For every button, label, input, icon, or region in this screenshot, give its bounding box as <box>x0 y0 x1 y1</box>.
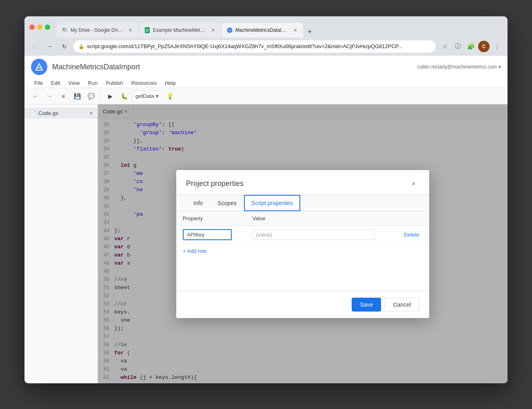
close-window-button[interactable] <box>29 24 35 30</box>
apps-script-logo <box>34 62 44 72</box>
menu-edit[interactable]: Edit <box>48 78 63 88</box>
file-panel: 📄 Code.gs ▾ <box>24 104 98 383</box>
back-button[interactable]: ← <box>29 41 41 52</box>
browser-tab-1[interactable]: My Drive - Google Drive ✕ <box>57 23 138 38</box>
undo-button[interactable]: ↩ <box>29 90 42 102</box>
project-properties-modal: Project properties × Info Scopes Script … <box>176 170 429 318</box>
property-key-cell <box>176 226 246 243</box>
tab-3-label: MachineMetricsDataImport <box>235 27 288 33</box>
modal-header: Project properties × <box>176 170 429 195</box>
modal-tab-info[interactable]: Info <box>186 195 210 211</box>
function-dropdown-icon: ▾ <box>156 93 159 99</box>
url-bar[interactable]: 🔒 script.google.com/d/11TBPyt_PpZ5AJirXN… <box>73 40 436 53</box>
modal-body: Property Value <box>176 211 429 258</box>
save-button[interactable]: Save <box>352 298 381 312</box>
menu-publish[interactable]: Publish <box>102 78 126 88</box>
new-tab-button[interactable]: + <box>304 26 315 38</box>
modal-tab-scopes[interactable]: Scopes <box>210 195 244 211</box>
redo-button[interactable]: ↪ <box>43 90 55 102</box>
modal-title: Project properties <box>186 179 244 188</box>
modal-tabs: Info Scopes Script properties <box>176 195 429 211</box>
gas-logo <box>31 59 47 75</box>
file-name: Code.gs <box>38 110 58 116</box>
apps-script-icon: > <box>226 27 233 33</box>
menu-resources[interactable]: Resources <box>128 78 160 88</box>
maximize-window-button[interactable] <box>45 24 50 30</box>
info-icon[interactable]: ⓘ <box>452 41 463 52</box>
gas-menu-row: File Edit View Run Publish Resources Hel… <box>24 78 508 88</box>
svg-text:>: > <box>229 29 231 32</box>
properties-table: Property Value <box>176 211 429 244</box>
user-avatar[interactable]: C <box>478 41 490 52</box>
function-select[interactable]: getData ▾ <box>132 91 162 102</box>
file-item-code-gs[interactable]: 📄 Code.gs ▾ <box>24 108 98 119</box>
apikey-input[interactable] <box>183 229 232 240</box>
table-row: Delete <box>176 226 429 243</box>
page-content: MachineMetricsDataImport cullen.mclarty@… <box>24 55 508 383</box>
bookmark-icon[interactable]: ☆ <box>439 41 450 52</box>
modal-close-button[interactable]: × <box>408 178 419 190</box>
tab-3-close[interactable]: ✕ <box>293 27 298 33</box>
menu-help[interactable]: Help <box>162 78 179 88</box>
browser-tab-2[interactable]: Example MachineMetrics Impo... ✕ <box>139 23 221 38</box>
add-row-link[interactable]: + Add row <box>176 244 429 258</box>
address-actions: ☆ ⓘ 🧩 C ⋮ <box>439 41 503 52</box>
app-name: MachineMetricsDataImport <box>52 63 140 71</box>
format-button[interactable]: ≡ <box>57 90 69 102</box>
browser-window: My Drive - Google Drive ✕ Example Machin… <box>24 16 508 383</box>
title-bar: My Drive - Google Drive ✕ Example Machin… <box>24 16 508 38</box>
user-email: cullen.mclarty@machinemetrics.com <box>417 64 497 70</box>
traffic-lights <box>29 24 50 30</box>
address-bar: ← → ↻ 🔒 script.google.com/d/11TBPyt_PpZ5… <box>24 38 508 55</box>
tab-2-label: Example MachineMetrics Impo... <box>153 27 206 33</box>
forward-button[interactable]: → <box>44 41 55 52</box>
file-menu-icon: ▾ <box>90 110 93 116</box>
value-col-header: Value <box>246 211 397 226</box>
svg-rect-1 <box>146 29 149 29</box>
modal-overlay: Project properties × Info Scopes Script … <box>98 104 508 383</box>
code-area: Code.gs ✕ 31 'groupBy': [{ 32 'group': '… <box>98 104 508 383</box>
gas-toolbar: ↩ ↪ ≡ 💾 💬 ▶ 🐛 getData ▾ 💡 <box>24 88 508 104</box>
modal-footer: Save Cancel <box>176 291 429 318</box>
url-text: script.google.com/d/11TBPyt_PpZ5AJirXNSh… <box>87 43 431 49</box>
svg-marker-6 <box>36 64 42 70</box>
menu-icon[interactable]: ⋮ <box>491 41 503 52</box>
browser-tab-3[interactable]: > MachineMetricsDataImport ✕ <box>222 23 303 38</box>
lock-icon: 🔒 <box>78 44 84 49</box>
save-button[interactable]: 💾 <box>71 90 83 102</box>
tabs-bar: My Drive - Google Drive ✕ Example Machin… <box>57 16 503 38</box>
user-info: cullen.mclarty@machinemetrics.com ▾ <box>417 64 501 70</box>
menu-view[interactable]: View <box>65 78 83 88</box>
svg-rect-2 <box>146 30 149 31</box>
user-dropdown-icon: ▾ <box>499 64 501 70</box>
apikey-value-input[interactable] <box>252 230 375 240</box>
sheets-icon <box>144 27 151 33</box>
property-col-header: Property <box>176 211 246 226</box>
file-icon: 📄 <box>29 110 36 116</box>
drive-icon <box>62 27 68 33</box>
debug-button[interactable]: 🐛 <box>118 90 130 102</box>
delete-row-link[interactable]: Delete <box>404 232 419 238</box>
cancel-button[interactable]: Cancel <box>384 298 419 312</box>
property-value-cell <box>246 226 397 243</box>
minimize-window-button[interactable] <box>37 24 42 30</box>
run-button[interactable]: ▶ <box>104 90 116 102</box>
tab-1-label: My Drive - Google Drive <box>71 27 123 33</box>
extensions-icon[interactable]: 🧩 <box>465 41 477 52</box>
refresh-button[interactable]: ↻ <box>59 41 70 52</box>
toolbar-divider <box>100 92 101 100</box>
comment-button[interactable]: 💬 <box>85 90 97 102</box>
svg-rect-3 <box>146 31 148 32</box>
gas-title-row: MachineMetricsDataImport cullen.mclarty@… <box>24 55 508 78</box>
function-name: getData <box>135 93 154 99</box>
tab-2-close[interactable]: ✕ <box>210 27 216 33</box>
tab-1-close[interactable]: ✕ <box>127 27 133 33</box>
editor-area: 📄 Code.gs ▾ Code.gs ✕ 31 'groupBy <box>24 104 508 383</box>
gas-header: MachineMetricsDataImport cullen.mclarty@… <box>24 55 508 88</box>
action-col-header <box>397 211 429 226</box>
menu-run[interactable]: Run <box>84 78 101 88</box>
modal-tab-script-properties[interactable]: Script properties <box>244 195 300 211</box>
lightbulb-button[interactable]: 💡 <box>164 90 176 102</box>
menu-file[interactable]: File <box>31 78 46 88</box>
property-action-cell: Delete <box>397 226 429 243</box>
